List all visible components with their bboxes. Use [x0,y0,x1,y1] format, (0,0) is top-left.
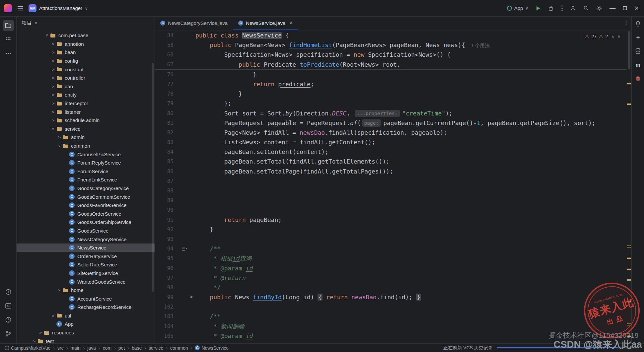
code-text[interactable]: Sort sort = Sort.by(Direction.DESC, ...p… [195,108,627,118]
code-text[interactable]: Specification<News> specification = new … [195,50,627,59]
fold-region-icon[interactable]: > [174,292,195,302]
project-widget[interactable]: AM AttractionsManager ∨ [29,4,88,12]
chevron-right-icon[interactable]: > [50,109,56,114]
tree-item-common[interactable]: >common [17,142,155,150]
code-text[interactable]: }; [195,99,627,108]
tree-item-NewsCategoryService[interactable]: CNewsCategoryService [17,235,155,244]
stripe-warning-mark[interactable] [627,103,631,105]
run-tool-button[interactable] [3,286,14,298]
gradle-icon[interactable] [635,76,641,81]
problems-tool-button[interactable] [3,314,14,325]
code-text[interactable]: /** [195,244,627,253]
code-text[interactable]: public class NewsService { [195,31,627,40]
code-text[interactable] [195,205,627,215]
code-text[interactable] [195,302,627,312]
tree-item-controller[interactable]: >controller [17,74,155,82]
code-area[interactable]: 34public class NewsService {58 public Pa… [155,31,627,343]
terminal-tool-button[interactable] [3,300,14,312]
code-text[interactable]: List<News> content = findAll.getContent(… [195,137,627,147]
stripe-warning-mark[interactable] [627,279,631,281]
code-text[interactable]: */ [195,283,627,292]
tree-item-ForumReplyService[interactable]: CForumReplyService [17,159,155,167]
close-tab-icon[interactable]: × [289,20,293,27]
tree-item-SiteSettingService[interactable]: CSiteSettingService [17,269,155,278]
maximize-icon[interactable] [623,6,627,10]
tab-NewsCategoryService.java[interactable]: CNewsCategoryService.java [155,17,233,30]
tree-item-bean[interactable]: >bean [17,48,155,57]
chevron-right-icon[interactable]: > [50,50,56,55]
chevron-right-icon[interactable]: > [56,135,63,140]
close-icon[interactable]: × [634,4,639,13]
tree-item-dao[interactable]: >dao [17,82,155,91]
code-text[interactable]: pageBean.setTotalPage(findAll.getTotalPa… [195,167,627,176]
tree-item-GoodsOrderService[interactable]: CGoodsOrderService [17,209,155,218]
code-text[interactable] [195,195,627,205]
chevron-right-icon[interactable]: > [37,330,44,335]
tree-item-entity[interactable]: >entity [17,91,155,99]
breadcrumb-item[interactable]: common [170,345,189,351]
breadcrumb-item[interactable]: service [148,345,164,351]
code-text[interactable]: * 新闻删除 [195,321,627,331]
tree-item-admin[interactable]: >admin [17,133,155,142]
code-text[interactable] [195,234,627,244]
breadcrumb-item[interactable]: base [131,345,142,351]
tree-item-NewsService[interactable]: CNewsService [17,244,155,252]
tree-item-schedule.admin[interactable]: >schedule.admin [17,116,155,125]
tree-item-config[interactable]: >config [17,57,155,65]
code-text[interactable]: return predicate; [195,79,627,89]
tab-options-icon[interactable] [625,20,631,27]
chevron-right-icon[interactable]: > [50,92,56,97]
run-button[interactable] [536,6,541,11]
chevron-right-icon[interactable]: > [50,313,56,318]
code-text[interactable]: public PageBean<News> findHomeList(PageB… [195,40,627,50]
chevron-down-icon[interactable]: > [57,143,62,149]
tree-item-GoodsCommentService[interactable]: CGoodsCommentService [17,192,155,201]
vcs-status[interactable]: 正在刷新 VCS 历史记录 [443,345,493,351]
debug-button[interactable] [548,5,554,11]
stripe-warning-mark[interactable] [627,257,631,259]
tree-item-WantedGoodsService[interactable]: CWantedGoodsService [17,277,155,286]
code-text[interactable]: return pageBean; [195,215,627,225]
render-doc-toggle-icon[interactable] [174,244,195,253]
chevron-right-icon[interactable]: > [50,58,56,63]
tree-item-test[interactable]: >test [17,337,155,343]
code-text[interactable]: public Predicate toPredicate(Root<News> … [195,60,627,69]
tree-item-GoodsFavoriteService[interactable]: CGoodsFavoriteService [17,201,155,210]
commit-grid-icon[interactable] [3,34,14,45]
tree-item-App[interactable]: CApp [17,320,155,328]
ai-assistant-icon[interactable] [635,35,641,40]
tree-item-CarouselPicService[interactable]: CCarouselPicService [17,150,155,159]
tree-item-GoodsService[interactable]: CGoodsService [17,227,155,235]
tree-item-AccountService[interactable]: CAccountService [17,294,155,303]
tree-item-constant[interactable]: >constant [17,65,155,74]
inspections-widget[interactable]: ⚠ 27 ⚠ 2 ∧ ∨ [583,33,623,40]
next-problem-icon[interactable]: ∨ [617,34,620,39]
tree-item-listener[interactable]: >listener [17,107,155,116]
tree-item-service[interactable]: >service [17,125,155,133]
tree-item-SellerRateService[interactable]: CSellerRateService [17,260,155,269]
tree-item-FriendLinkService[interactable]: CFriendLinkService [17,176,155,184]
prev-problem-icon[interactable]: ∧ [611,34,614,39]
chevron-down-icon[interactable]: > [51,126,56,132]
code-text[interactable]: * 根据id查询 [195,253,627,263]
code-text[interactable]: } [195,70,627,79]
code-text[interactable]: pageBean.setTotal(findAll.getTotalElemen… [195,157,627,166]
chevron-right-icon[interactable]: > [50,118,56,123]
tab-NewsService.java[interactable]: CNewsService.java× [233,17,298,30]
chevron-right-icon[interactable]: > [50,84,56,89]
project-panel-header[interactable]: 项目 ∨ [17,17,155,29]
version-control-tool-button[interactable] [3,328,14,339]
panel-scrollbar[interactable] [152,63,154,292]
code-text[interactable]: pageBean.setContent(content); [195,147,627,157]
tree-item-com.pet.base[interactable]: >com.pet.base [17,31,155,40]
settings-icon[interactable] [596,5,602,11]
database-icon[interactable] [635,48,641,54]
code-text[interactable]: /** [195,312,627,321]
tree-item-home[interactable]: >home [17,286,155,295]
stripe-warning-mark[interactable] [627,83,631,85]
tree-item-OrderRatyService[interactable]: COrderRatyService [17,252,155,260]
run-config-widget[interactable]: App ∨ [507,5,529,11]
main-menu-icon[interactable] [17,6,23,11]
notifications-bell-icon[interactable] [635,21,641,27]
code-with-me-icon[interactable] [570,5,576,11]
